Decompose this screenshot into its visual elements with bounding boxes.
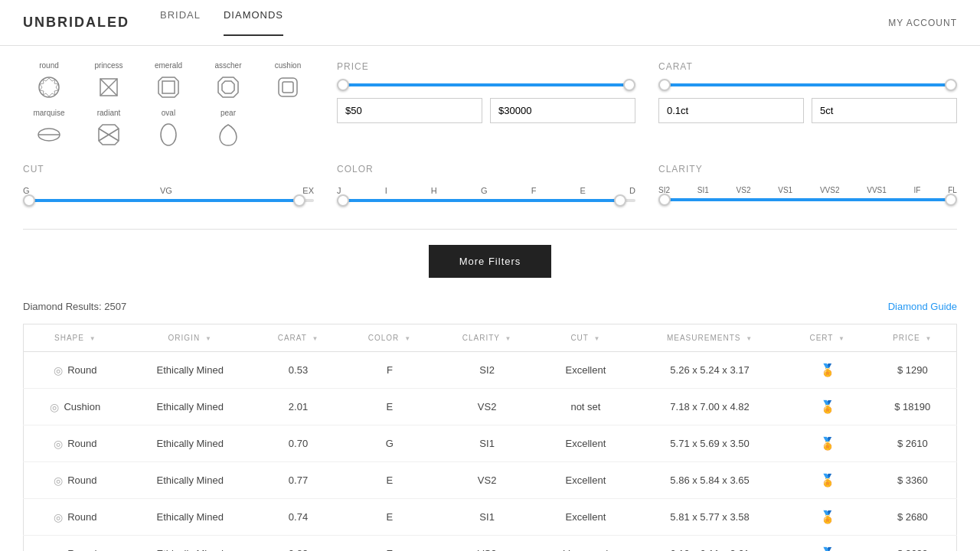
cert-badge: 🏅	[820, 547, 835, 551]
svg-marker-10	[222, 81, 234, 93]
cell-shape: ◎ Cushion	[24, 389, 127, 425]
svg-line-5	[100, 87, 109, 96]
cell-shape: ◎ Round	[24, 352, 127, 389]
nav-bridal[interactable]: BRIDAL	[160, 9, 201, 36]
col-cut[interactable]: CUT ▼	[538, 324, 633, 352]
price-title: PRICE	[337, 61, 635, 72]
cell-shape: ◎ Round	[24, 462, 127, 499]
cell-carat: 0.74	[253, 499, 344, 536]
color-labels: J I H G F E D	[337, 186, 635, 195]
cell-cert: 🏅	[786, 499, 869, 536]
shape-cell-icon: ◎	[54, 364, 63, 377]
shape-selector: round princess emerald	[23, 61, 314, 148]
clarity-filter: CLARITY SI2 SI1 VS2 VS1 VVS2 VVS1 IF FL	[658, 164, 957, 214]
carat-slider[interactable]	[658, 83, 957, 86]
price-slider[interactable]	[337, 83, 635, 86]
results-count: Diamond Results: 2507	[23, 301, 126, 312]
price-filter: PRICE	[337, 61, 635, 148]
col-clarity[interactable]: CLARITY ▼	[436, 324, 538, 352]
cut-title: CUT	[23, 164, 314, 174]
shape-cell-icon: ◎	[54, 474, 63, 487]
shape-princess[interactable]: princess	[83, 61, 135, 101]
cell-color: E	[343, 389, 436, 425]
cell-price: $ 3360	[869, 462, 957, 499]
svg-rect-12	[283, 82, 293, 93]
cell-clarity: SI1	[436, 425, 538, 462]
col-cert[interactable]: CERT ▼	[786, 324, 869, 352]
shape-cell-icon: ◎	[54, 511, 63, 523]
nav-diamonds[interactable]: DIAMONDS	[224, 9, 283, 36]
shape-cell-icon: ◎	[54, 548, 63, 552]
cut-labels: G VG EX	[23, 186, 314, 195]
cell-cert: 🏅	[786, 536, 869, 552]
cell-color: F	[343, 352, 436, 389]
cell-measurements: 6.19 x 6.11 x 3.61	[633, 536, 786, 552]
main-content: round princess emerald	[0, 46, 980, 551]
col-origin[interactable]: ORIGIN ▼	[127, 324, 253, 352]
cell-clarity: VS2	[436, 536, 538, 552]
cert-badge: 🏅	[820, 510, 835, 523]
col-measurements[interactable]: MEASUREMENTS ▼	[633, 324, 786, 352]
shape-oval[interactable]: oval	[142, 109, 194, 148]
color-filter: COLOR J I H G F E D	[337, 164, 635, 214]
shape-emerald[interactable]: emerald	[142, 61, 194, 101]
cell-clarity: VS2	[436, 389, 538, 425]
more-filters-button[interactable]: More Filters	[429, 245, 552, 278]
clarity-title: CLARITY	[658, 164, 957, 174]
clarity-slider[interactable]	[658, 198, 957, 201]
col-carat[interactable]: CARAT ▼	[253, 324, 344, 352]
cell-color: E	[343, 462, 436, 499]
shape-cushion[interactable]: cushion	[262, 61, 314, 101]
cell-carat: 0.77	[253, 462, 344, 499]
table-row: ◎ Round Ethically Mined 0.74 E SI1 Excel…	[24, 499, 957, 536]
cut-slider[interactable]	[23, 199, 314, 202]
svg-point-18	[161, 124, 176, 145]
svg-marker-1	[40, 78, 58, 96]
cell-origin: Ethically Mined	[127, 389, 253, 425]
cell-clarity: SI2	[436, 352, 538, 389]
cell-color: E	[343, 536, 436, 552]
shape-round[interactable]: round	[23, 61, 75, 101]
diamond-guide-link[interactable]: Diamond Guide	[888, 301, 957, 312]
table-row: ◎ Round Ethically Mined 0.77 E VS2 Excel…	[24, 462, 957, 499]
col-price[interactable]: PRICE ▼	[869, 324, 957, 352]
carat-max-input[interactable]	[812, 98, 957, 123]
color-title: COLOR	[337, 164, 635, 174]
shape-marquise[interactable]: marquise	[23, 109, 75, 148]
price-min-input[interactable]	[337, 98, 482, 123]
cell-price: $ 3630	[869, 536, 957, 552]
cell-origin: Ethically Mined	[127, 425, 253, 462]
main-nav: BRIDAL DIAMONDS	[160, 9, 283, 36]
carat-filter: CARAT	[658, 61, 957, 148]
col-color[interactable]: COLOR ▼	[343, 324, 436, 352]
cell-carat: 2.01	[253, 389, 344, 425]
cert-badge: 🏅	[820, 437, 835, 450]
cell-carat: 0.53	[253, 352, 344, 389]
price-max-input[interactable]	[490, 98, 635, 123]
filters-row-2: CUT G VG EX COLOR J I H G F	[23, 164, 957, 214]
cell-shape: ◎ Round	[24, 425, 127, 462]
table-header-row: SHAPE ▼ ORIGIN ▼ CARAT ▼ COLOR ▼ CLARITY…	[24, 324, 957, 352]
cell-price: $ 1290	[869, 352, 957, 389]
my-account-link[interactable]: MY ACCOUNT	[888, 18, 957, 28]
header: UNBRIDALED BRIDAL DIAMONDS MY ACCOUNT	[0, 0, 980, 46]
cell-measurements: 5.71 x 5.69 x 3.50	[633, 425, 786, 462]
shape-pear[interactable]: pear	[202, 109, 254, 148]
more-filters-container: More Filters	[23, 245, 957, 278]
cell-origin: Ethically Mined	[127, 536, 253, 552]
shape-asscher[interactable]: asscher	[202, 61, 254, 101]
svg-rect-11	[279, 78, 297, 96]
cert-badge: 🏅	[820, 364, 835, 377]
svg-line-6	[109, 87, 117, 96]
cell-cut: Excellent	[538, 462, 633, 499]
clarity-labels: SI2 SI1 VS2 VS1 VVS2 VVS1 IF FL	[658, 186, 957, 194]
cell-cert: 🏅	[786, 389, 869, 425]
results-table: SHAPE ▼ ORIGIN ▼ CARAT ▼ COLOR ▼ CLARITY…	[23, 324, 957, 551]
col-shape[interactable]: SHAPE ▼	[24, 324, 127, 352]
cell-origin: Ethically Mined	[127, 499, 253, 536]
color-slider[interactable]	[337, 199, 635, 202]
carat-min-input[interactable]	[658, 98, 804, 123]
table-row: ◎ Round Ethically Mined 0.53 F SI2 Excel…	[24, 352, 957, 389]
shape-grid: round princess emerald	[23, 61, 314, 148]
shape-radiant[interactable]: radiant	[83, 109, 135, 148]
